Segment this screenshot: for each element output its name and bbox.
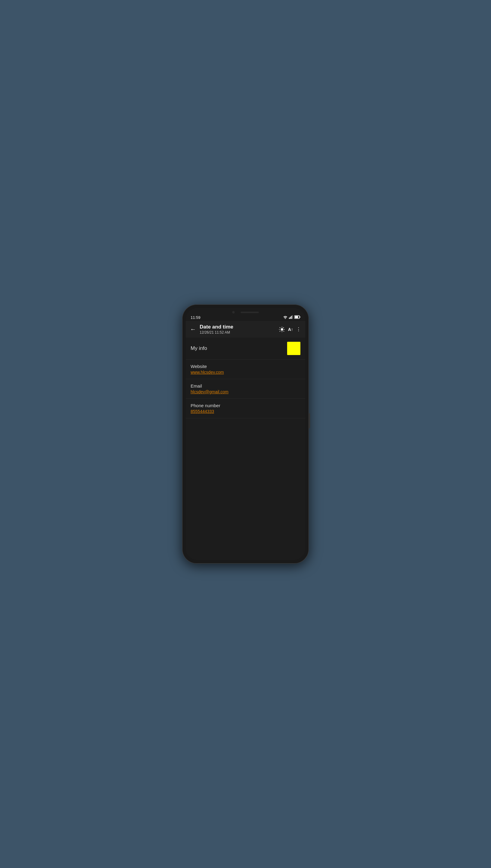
my-info-row: My info (186, 338, 305, 360)
website-value[interactable]: www.hlcsdev.com (191, 370, 300, 375)
svg-rect-0 (289, 318, 290, 319)
more-options-button[interactable]: ⋮ (296, 327, 301, 332)
status-icons (283, 315, 300, 320)
phone-device: 11:59 (182, 304, 309, 564)
font-size-button[interactable]: A↑ (288, 327, 293, 332)
side-button (309, 413, 310, 428)
email-section: Email hlcsdev@gmail.com (186, 379, 305, 399)
my-info-color-swatch[interactable] (287, 342, 300, 355)
svg-rect-6 (295, 316, 298, 318)
my-info-label: My info (191, 345, 207, 351)
svg-rect-2 (291, 316, 292, 319)
app-bar-title: Date and time (200, 324, 276, 330)
signal-icon (289, 315, 293, 320)
brightness-button[interactable] (279, 327, 285, 333)
status-time: 11:59 (191, 315, 201, 320)
speaker (241, 312, 259, 313)
phone-value[interactable]: 8555444333 (191, 409, 300, 414)
svg-rect-1 (290, 317, 291, 319)
status-bar: 11:59 (186, 315, 305, 321)
camera (232, 311, 235, 313)
content-area: My info Website www.hlcsdev.com Email hl… (186, 338, 305, 560)
app-bar-actions: A↑ ⋮ (279, 327, 301, 333)
back-button[interactable]: ← (190, 326, 196, 333)
notch-bar (186, 308, 305, 315)
website-label: Website (191, 364, 300, 369)
email-label: Email (191, 383, 300, 389)
phone-section: Phone number 8555444333 (186, 399, 305, 418)
svg-rect-3 (292, 315, 293, 319)
wifi-icon (283, 315, 288, 320)
app-bar-title-block: Date and time 12/26/21 11:52 AM (200, 324, 276, 335)
app-bar-subtitle: 12/26/21 11:52 AM (200, 330, 276, 335)
phone-label: Phone number (191, 403, 300, 408)
website-section: Website www.hlcsdev.com (186, 360, 305, 379)
email-value[interactable]: hlcsdev@gmail.com (191, 390, 300, 394)
phone-screen: 11:59 (186, 308, 305, 560)
battery-icon (294, 315, 300, 320)
svg-rect-5 (300, 316, 300, 318)
app-bar: ← Date and time 12/26/21 11:52 AM A↑ ⋮ (186, 321, 305, 338)
